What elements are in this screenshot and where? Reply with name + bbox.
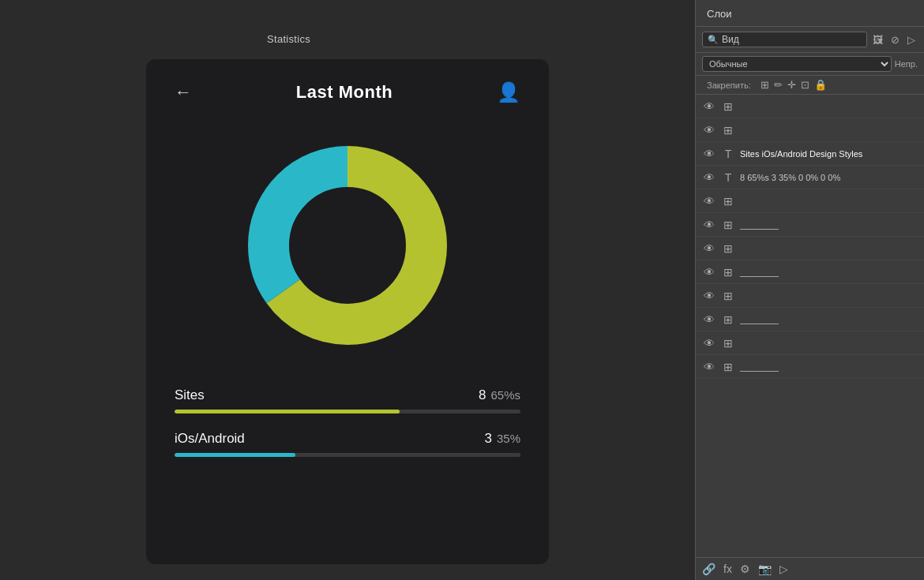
layer-shape-icon: ⊞ <box>721 337 735 350</box>
layer-item[interactable]: 👁 T 8 65%s 3 35% 0 0% 0 0% <box>696 166 924 189</box>
lock-artboard-icon[interactable]: ⊡ <box>801 79 809 91</box>
layer-item[interactable]: 👁 ⊞ ________ <box>696 355 924 379</box>
layers-search-input[interactable] <box>722 34 862 45</box>
stat-number-sites: 8 <box>479 387 486 403</box>
stat-values-ios: 3 35% <box>485 431 521 447</box>
layer-shape-icon: ⊞ <box>721 195 735 208</box>
layer-visibility-icon[interactable]: 👁 <box>702 337 716 350</box>
statistics-label: Statistics <box>267 33 310 45</box>
link-icon[interactable]: 🔗 <box>702 563 716 575</box>
layer-shape-icon: ⊞ <box>721 313 735 326</box>
donut-inner-circle <box>290 188 405 303</box>
layers-more-icon[interactable]: ▷ <box>905 32 918 47</box>
page-title: Last Month <box>296 82 393 103</box>
fx-icon[interactable]: fx <box>723 563 732 575</box>
donut-chart <box>237 135 458 356</box>
layer-name: ________ <box>740 315 918 324</box>
stats-section: Sites 8 65%s iOs/Android 3 35% <box>146 380 549 498</box>
layer-item[interactable]: 👁 ⊞ <box>696 237 924 260</box>
layer-shape-icon: ⊞ <box>721 124 735 137</box>
lock-paint-icon[interactable]: ✏ <box>774 79 783 91</box>
progress-bar-ios-fill <box>175 453 295 457</box>
stat-header-ios: iOs/Android 3 35% <box>175 431 520 447</box>
lock-icons: ⊞ ✏ ✛ ⊡ 🔒 <box>761 79 827 91</box>
stat-header-sites: Sites 8 65%s <box>175 387 520 403</box>
layers-panel-title: Слои <box>696 0 924 27</box>
stat-label-sites: Sites <box>175 387 205 403</box>
layer-visibility-icon[interactable]: 👁 <box>702 313 716 326</box>
layer-visibility-icon[interactable]: 👁 <box>702 290 716 302</box>
layer-item[interactable]: 👁 ⊞ <box>696 284 924 308</box>
layer-item[interactable]: 👁 ⊞ <box>696 189 924 213</box>
layer-shape-icon: ⊞ <box>721 266 735 279</box>
folder-icon[interactable]: ▷ <box>779 563 788 575</box>
progress-bar-ios-bg <box>175 453 520 457</box>
layer-name: Sites iOs/Android Design Styles <box>740 149 918 159</box>
layer-visibility-icon[interactable]: 👁 <box>702 266 716 279</box>
layers-list: 👁 ⊞ 👁 ⊞ 👁 T Sites iOs/Android Design Sty… <box>696 95 924 557</box>
layer-visibility-icon[interactable]: 👁 <box>702 124 716 137</box>
layer-item[interactable]: 👁 ⊞ ________ <box>696 260 924 284</box>
stat-percent-ios: 35% <box>497 432 520 445</box>
layer-item[interactable]: 👁 ⊞ <box>696 95 924 118</box>
layers-toolbar: 🔍 🖼 ⊘ ▷ <box>696 27 924 53</box>
layer-name: ________ <box>740 362 918 372</box>
layer-shape-icon: ⊞ <box>721 100 735 113</box>
stat-percent-sites: 65%s <box>490 388 520 402</box>
layer-item[interactable]: 👁 ⊞ ________ <box>696 308 924 331</box>
layers-bottom: 🔗 fx ⚙ 📷 ▷ <box>696 557 924 580</box>
user-icon[interactable]: 👤 <box>497 81 520 103</box>
lock-move-icon[interactable]: ✛ <box>787 79 796 91</box>
layer-visibility-icon[interactable]: 👁 <box>702 100 716 113</box>
layer-name: ________ <box>740 268 918 277</box>
lock-label: Закрепить: <box>707 80 751 90</box>
search-icon: 🔍 <box>708 35 719 45</box>
layer-item[interactable]: 👁 ⊞ <box>696 331 924 355</box>
layer-text-icon: T <box>721 148 735 160</box>
layer-visibility-icon[interactable]: 👁 <box>702 219 716 231</box>
progress-bar-sites-bg <box>175 410 520 413</box>
layer-visibility-icon[interactable]: 👁 <box>702 361 716 373</box>
layers-second-row: Обычные Непр. <box>696 53 924 76</box>
lock-row: Закрепить: ⊞ ✏ ✛ ⊡ 🔒 <box>696 76 924 95</box>
layer-visibility-icon[interactable]: 👁 <box>702 242 716 255</box>
card-header: ← Last Month 👤 <box>146 59 549 119</box>
chart-area <box>146 119 549 380</box>
canvas-area: Statistics ← Last Month 👤 <box>0 0 695 580</box>
stat-number-ios: 3 <box>485 431 492 447</box>
blend-mode-dropdown[interactable]: Обычные <box>702 56 892 72</box>
layer-text-icon: T <box>721 171 735 184</box>
progress-bar-sites-fill <box>175 410 400 413</box>
view-dropdown-wrap: 🖼 <box>870 32 885 47</box>
layers-panel: Слои 🔍 🖼 ⊘ ▷ Обычные Непр. Закрепить: ⊞ … <box>695 0 924 580</box>
back-button[interactable]: ← <box>175 82 192 103</box>
layer-visibility-icon[interactable]: 👁 <box>702 148 716 160</box>
layer-shape-icon: ⊞ <box>721 361 735 373</box>
layer-shape-icon: ⊞ <box>721 242 735 255</box>
mask-icon[interactable]: 📷 <box>758 563 772 575</box>
layer-visibility-icon[interactable]: 👁 <box>702 171 716 184</box>
lock-all-icon[interactable]: 🔒 <box>814 79 827 91</box>
layers-image-icon[interactable]: 🖼 <box>870 32 885 47</box>
layer-item[interactable]: 👁 ⊞ ________ <box>696 213 924 237</box>
lock-pixels-icon[interactable]: ⊞ <box>761 79 769 91</box>
phone-card: ← Last Month 👤 <box>146 59 549 564</box>
layer-shape-icon: ⊞ <box>721 219 735 231</box>
adjustment-icon[interactable]: ⚙ <box>740 563 750 575</box>
stat-label-ios: iOs/Android <box>175 431 245 447</box>
layer-visibility-icon[interactable]: 👁 <box>702 195 716 208</box>
stat-row-ios: iOs/Android 3 35% <box>175 431 520 457</box>
opacity-label: Непр. <box>895 59 918 69</box>
layer-name: 8 65%s 3 35% 0 0% 0 0% <box>740 173 918 182</box>
stat-row-sites: Sites 8 65%s <box>175 387 520 413</box>
layers-filter-icon[interactable]: ⊘ <box>888 32 902 47</box>
layers-search[interactable]: 🔍 <box>702 32 867 47</box>
layer-item[interactable]: 👁 T Sites iOs/Android Design Styles <box>696 142 924 166</box>
stat-values-sites: 8 65%s <box>479 387 520 403</box>
layer-item[interactable]: 👁 ⊞ <box>696 118 924 142</box>
layer-shape-icon: ⊞ <box>721 290 735 302</box>
layer-name: ________ <box>740 220 918 230</box>
